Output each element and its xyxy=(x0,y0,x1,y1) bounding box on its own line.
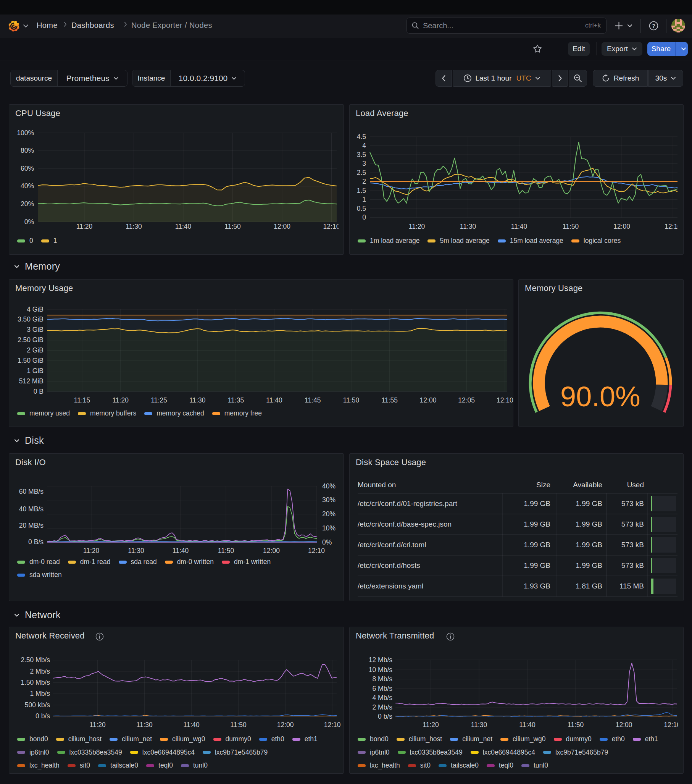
svg-text:3.5: 3.5 xyxy=(357,151,366,158)
svg-text:12:00: 12:00 xyxy=(613,222,630,230)
svg-text:0 b/s: 0 b/s xyxy=(36,712,50,720)
svg-text:500 kb/s: 500 kb/s xyxy=(25,701,50,709)
svg-text:4 Mb/s: 4 Mb/s xyxy=(372,694,392,702)
svg-text:512 MiB: 512 MiB xyxy=(19,377,43,385)
svg-text:573 kB: 573 kB xyxy=(621,520,644,528)
svg-text:Mounted on: Mounted on xyxy=(358,481,396,489)
svg-text:11:30: 11:30 xyxy=(460,222,476,230)
svg-text:2.50 Mb/s: 2.50 Mb/s xyxy=(21,656,50,664)
svg-text:11:20: 11:20 xyxy=(89,721,106,729)
svg-text:1.50 Mb/s: 1.50 Mb/s xyxy=(21,679,50,686)
svg-text:4 GiB: 4 GiB xyxy=(27,305,43,313)
svg-text:2 Mb/s: 2 Mb/s xyxy=(30,667,50,675)
svg-text:12:10: 12:10 xyxy=(496,396,513,404)
svg-text:0 B: 0 B xyxy=(34,388,43,395)
svg-text:40%: 40% xyxy=(322,482,335,490)
svg-text:573 kB: 573 kB xyxy=(621,499,644,507)
svg-text:2 Mb/s: 2 Mb/s xyxy=(372,703,392,711)
svg-text:11:20: 11:20 xyxy=(76,222,93,230)
svg-text:12:00: 12:00 xyxy=(420,396,437,404)
svg-text:1.99 GB: 1.99 GB xyxy=(575,541,602,549)
svg-text:11:20: 11:20 xyxy=(83,547,100,555)
svg-text:12:00: 12:00 xyxy=(277,721,294,729)
svg-text:10 Mb/s: 10 Mb/s xyxy=(369,666,392,674)
svg-text:12:10: 12:10 xyxy=(664,721,678,729)
svg-text:12:05: 12:05 xyxy=(458,396,475,404)
svg-text:11:30: 11:30 xyxy=(128,547,144,555)
svg-text:1 Mb/s: 1 Mb/s xyxy=(30,690,50,697)
svg-text:20%: 20% xyxy=(21,200,34,208)
svg-text:1.99 GB: 1.99 GB xyxy=(575,562,602,569)
svg-text:1.99 GB: 1.99 GB xyxy=(575,520,602,528)
svg-text:11:20: 11:20 xyxy=(409,222,425,230)
svg-text:12:10: 12:10 xyxy=(664,222,678,230)
svg-text:12:10: 12:10 xyxy=(323,222,339,230)
svg-text:11:30: 11:30 xyxy=(189,396,206,404)
svg-text:1.5: 1.5 xyxy=(357,187,366,194)
svg-text:30%: 30% xyxy=(322,496,335,504)
svg-text:6 Mb/s: 6 Mb/s xyxy=(372,685,392,692)
svg-text:11:40: 11:40 xyxy=(511,222,528,230)
svg-text:2.5: 2.5 xyxy=(357,169,366,176)
svg-text:100%: 100% xyxy=(17,129,34,137)
svg-text:0%: 0% xyxy=(322,539,332,546)
svg-text:11:40: 11:40 xyxy=(519,721,536,729)
svg-text:90.0%: 90.0% xyxy=(561,381,641,412)
svg-text:11:40: 11:40 xyxy=(173,547,189,555)
svg-text:40 MB/s: 40 MB/s xyxy=(19,505,43,513)
svg-text:8 Mb/s: 8 Mb/s xyxy=(372,675,392,683)
svg-text:3 GiB: 3 GiB xyxy=(27,326,43,333)
svg-text:11:15: 11:15 xyxy=(74,396,90,404)
svg-text:/etc/cri/conf.d/hosts: /etc/cri/conf.d/hosts xyxy=(358,562,420,569)
svg-text:1.99 GB: 1.99 GB xyxy=(524,499,551,507)
svg-text:11:20: 11:20 xyxy=(112,396,129,404)
svg-text:11:20: 11:20 xyxy=(422,721,439,729)
svg-text:Used: Used xyxy=(627,481,644,489)
svg-text:0%: 0% xyxy=(25,218,34,226)
svg-text:1.99 GB: 1.99 GB xyxy=(575,499,602,507)
svg-text:1.99 GB: 1.99 GB xyxy=(524,520,551,528)
svg-text:/etc/cri/conf.d/01-registries.: /etc/cri/conf.d/01-registries.part xyxy=(358,499,458,507)
svg-text:11:50: 11:50 xyxy=(230,721,247,729)
svg-text:1: 1 xyxy=(362,196,366,203)
svg-text:573 kB: 573 kB xyxy=(621,541,644,549)
svg-text:11:30: 11:30 xyxy=(471,721,487,729)
svg-text:1.99 GB: 1.99 GB xyxy=(524,562,551,569)
svg-text:12:00: 12:00 xyxy=(263,547,280,555)
svg-text:/etc/extensions.yaml: /etc/extensions.yaml xyxy=(358,582,423,590)
svg-text:11:50: 11:50 xyxy=(567,721,584,729)
svg-text:/etc/cri/conf.d/cri.toml: /etc/cri/conf.d/cri.toml xyxy=(358,541,426,549)
svg-text:0: 0 xyxy=(362,214,366,221)
svg-text:20%: 20% xyxy=(322,510,335,518)
svg-text:11:55: 11:55 xyxy=(382,396,398,404)
svg-text:11:40: 11:40 xyxy=(266,396,283,404)
svg-text:4.5: 4.5 xyxy=(357,133,366,140)
svg-text:1 GiB: 1 GiB xyxy=(27,367,43,375)
svg-text:10%: 10% xyxy=(322,524,335,532)
svg-text:573 kB: 573 kB xyxy=(621,562,644,569)
svg-text:12:10: 12:10 xyxy=(324,721,341,729)
svg-text:3.50 GiB: 3.50 GiB xyxy=(18,315,43,323)
svg-text:60 MB/s: 60 MB/s xyxy=(19,488,43,495)
svg-text:1.93 GB: 1.93 GB xyxy=(524,582,551,590)
svg-text:80%: 80% xyxy=(21,147,34,154)
svg-text:20 MB/s: 20 MB/s xyxy=(19,522,43,529)
svg-text:12 Mb/s: 12 Mb/s xyxy=(369,656,392,664)
svg-text:11:50: 11:50 xyxy=(343,396,360,404)
svg-text:11:25: 11:25 xyxy=(151,396,167,404)
svg-text:1.50 GiB: 1.50 GiB xyxy=(18,357,43,364)
svg-text:11:40: 11:40 xyxy=(183,721,200,729)
svg-text:Available: Available xyxy=(573,481,602,489)
svg-text:11:35: 11:35 xyxy=(228,396,244,404)
svg-text:11:40: 11:40 xyxy=(175,222,192,230)
svg-text:1.99 GB: 1.99 GB xyxy=(524,541,551,549)
svg-text:0.5: 0.5 xyxy=(357,205,366,212)
svg-text:0 b/s: 0 b/s xyxy=(378,713,392,720)
svg-text:11:50: 11:50 xyxy=(224,222,241,230)
svg-text:12:00: 12:00 xyxy=(274,222,291,230)
svg-text:11:30: 11:30 xyxy=(126,222,142,230)
svg-text:11:45: 11:45 xyxy=(304,396,321,404)
svg-text:3: 3 xyxy=(362,160,366,167)
svg-text:Size: Size xyxy=(536,481,551,489)
svg-text:4: 4 xyxy=(362,142,366,149)
